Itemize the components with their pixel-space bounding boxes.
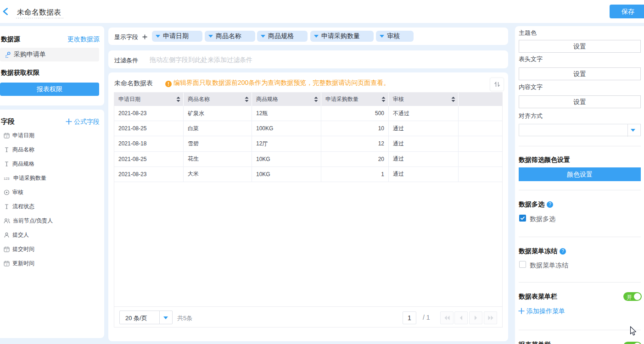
svg-text:7: 7 <box>6 263 8 266</box>
svg-text:7: 7 <box>6 135 8 138</box>
svg-text:7: 7 <box>6 249 8 251</box>
svg-text:123: 123 <box>4 176 10 180</box>
